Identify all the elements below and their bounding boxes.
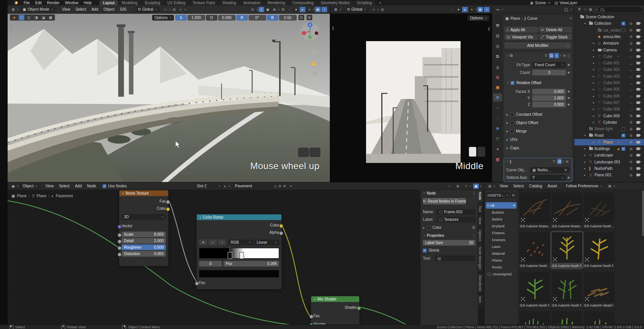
fake-user-icon[interactable]: ◇: [274, 184, 277, 188]
unlink-icon[interactable]: ✕: [283, 184, 286, 188]
apply-all-button[interactable]: ⤓Apply All: [504, 27, 538, 33]
param-input-socket[interactable]: [117, 233, 122, 237]
expander-icon[interactable]: ▸: [584, 173, 586, 177]
shading-solid-icon[interactable]: ●: [293, 7, 299, 12]
render-visibility-icon[interactable]: [636, 35, 640, 39]
render-toggle-icon[interactable]: ◐: [554, 53, 559, 58]
breadcrumb-data[interactable]: Curve: [527, 16, 538, 21]
render-visibility-icon[interactable]: [636, 48, 640, 52]
render-visibility-icon[interactable]: [636, 140, 640, 144]
render-visibility-icon[interactable]: [636, 67, 640, 72]
material-name-field[interactable]: Pavement ◇ ⧉: [233, 183, 284, 189]
menu-add[interactable]: Add: [89, 7, 101, 11]
hide-eye-icon[interactable]: ⊙: [630, 140, 633, 144]
pan-hand-icon[interactable]: ✋: [311, 61, 317, 66]
scene-selector[interactable]: ▣ Scene ✕: [530, 1, 551, 5]
use-nodes-toggle[interactable]: ✓ Use Nodes: [103, 184, 127, 188]
tool-field-value-r[interactable]: 0°: [249, 15, 266, 21]
hide-eye-icon[interactable]: ◡: [630, 61, 633, 65]
outliner-row-cube[interactable]: ▸▽Cube~◡: [574, 53, 644, 60]
label-size-field[interactable]: Label Size 20: [423, 240, 475, 246]
asset-card[interactable]: [584, 311, 614, 325]
outliner-row-street-light[interactable]: Street light⊙: [574, 126, 644, 132]
ramp-stop-0[interactable]: [228, 252, 232, 259]
color-output-socket[interactable]: [166, 207, 170, 211]
tool-options-dropdown[interactable]: Options ∨: [152, 15, 174, 21]
param-input-socket[interactable]: [117, 240, 122, 244]
tab-rendering[interactable]: Rendering: [264, 0, 289, 5]
hide-eye-icon[interactable]: ⊙: [630, 160, 633, 164]
stop-pos-field[interactable]: Pos 0.395: [223, 261, 279, 267]
sidebar-collapse-arrow[interactable]: ❮: [488, 27, 491, 31]
hide-eye-icon[interactable]: ◡: [630, 74, 633, 78]
catalog-rocks[interactable]: Rocks: [486, 264, 517, 270]
param-input-socket[interactable]: [117, 246, 122, 250]
render-visibility-icon[interactable]: [636, 87, 640, 91]
editor-type-icon[interactable]: ◉: [10, 184, 16, 189]
library-dropdown[interactable]: ASSETS-... ∨: [486, 192, 509, 198]
display-mode-icon[interactable]: ⊞: [607, 184, 613, 189]
shading-material-icon[interactable]: ◐: [300, 7, 305, 12]
tab-geometry-nodes[interactable]: Geometry Nodes: [318, 0, 353, 5]
material-icon[interactable]: ◐: [222, 184, 228, 189]
properties-tab-output[interactable]: ⎙: [493, 42, 502, 50]
compositor-icon[interactable]: ◔: [321, 7, 327, 12]
select-invert-icon[interactable]: ▦: [48, 15, 53, 20]
section-caps[interactable]: ▸Caps: [506, 145, 570, 151]
toggle-stack-button[interactable]: ⤢Toggle Stack: [539, 34, 572, 40]
tool-field-key-b[interactable]: B: [267, 15, 278, 21]
editor-type-icon[interactable]: ≔: [495, 7, 501, 12]
render-visibility-icon[interactable]: [636, 120, 640, 125]
hide-eye-icon[interactable]: ⊙: [630, 147, 633, 151]
properties-panel-header[interactable]: ∨Properties ⣿: [423, 233, 475, 238]
fac-input-socket[interactable]: [309, 315, 313, 319]
outliner-row-cube-004[interactable]: ▸▽Cube.004◡: [574, 80, 644, 86]
hide-eye-icon[interactable]: ◡: [630, 88, 633, 91]
properties-tab-texture[interactable]: ▦: [493, 155, 502, 163]
tool-field-key-s[interactable]: S: [175, 15, 187, 21]
outliner-row-plane[interactable]: ▸▽Plane≈⊙: [574, 139, 644, 145]
expander-icon[interactable]: ▸: [593, 88, 594, 91]
sidebar-tab-view[interactable]: View: [477, 215, 483, 227]
section-checkbox[interactable]: [510, 121, 514, 125]
menu-help[interactable]: Help: [81, 1, 95, 5]
properties-tab-world[interactable]: ◍: [493, 73, 502, 81]
render-visibility-icon[interactable]: [636, 81, 640, 85]
menu-select[interactable]: Select: [56, 184, 72, 188]
tab-modeling[interactable]: Modeling: [118, 0, 141, 5]
render-visibility-icon[interactable]: [636, 166, 640, 171]
outliner-row-nurbspath[interactable]: ▸)NurbsPath⊙: [574, 165, 644, 172]
camera-view-icon[interactable]: [313, 72, 317, 76]
tab-texture-paint[interactable]: Texture Paint: [189, 0, 218, 5]
noise-texture-node[interactable]: ∨ Noise Texture Fac Color 3D∨ Vector Sca…: [119, 190, 169, 266]
hide-eye-icon[interactable]: ⊙: [630, 114, 633, 118]
menu-view[interactable]: View: [497, 184, 511, 188]
asset-card-gs-autumn-branc[interactable]: GS Autumn branc...: [552, 193, 582, 228]
outliner-row-cube-008[interactable]: ▸▽Cube.008◡: [574, 106, 644, 112]
editor-type-icon[interactable]: ⊞: [10, 7, 16, 12]
menu-select[interactable]: Select: [73, 7, 89, 11]
realtime-toggle-icon[interactable]: ⊡: [549, 53, 554, 58]
render-visibility-icon[interactable]: [636, 133, 640, 137]
count-field[interactable]: 3: [532, 70, 566, 75]
expander-icon[interactable]: ▸: [593, 101, 594, 104]
param-roughnes[interactable]: Roughnes0.500: [122, 244, 166, 250]
drag-handle-icon[interactable]: ⣿: [567, 54, 570, 58]
select-subtract-icon[interactable]: ◪: [40, 15, 46, 20]
copy-icon[interactable]: ⧉: [279, 184, 281, 188]
asset-card-gs-autumn-bush[interactable]: GS Autumn bush ...: [520, 232, 550, 268]
expander-icon[interactable]: ▸: [593, 81, 594, 85]
tab-compositing[interactable]: Compositing: [289, 0, 317, 5]
viewport-3d-main[interactable]: ⊞∨ ▣ Object Mode ∨ ViewSelectAddObjectGI…: [8, 5, 330, 182]
clear-icon[interactable]: ✕: [564, 168, 567, 172]
edit-mode-toggle-icon[interactable]: ▽: [544, 53, 548, 58]
zoom-icon[interactable]: [312, 50, 316, 56]
shader-type-dropdown[interactable]: Object ∨: [20, 183, 40, 189]
tool-options-dropdown[interactable]: Options ∨: [467, 15, 489, 21]
sidebar-tab-item[interactable]: Item: [477, 294, 483, 305]
properties-tab-object[interactable]: ▣: [493, 83, 502, 91]
properties-tab-constraints[interactable]: ⊕: [493, 124, 502, 133]
catalog-material[interactable]: Material: [486, 250, 517, 257]
deform-axis-dropdown[interactable]: Y∨: [530, 175, 566, 180]
snapping-icon[interactable]: ∩: [371, 7, 377, 12]
